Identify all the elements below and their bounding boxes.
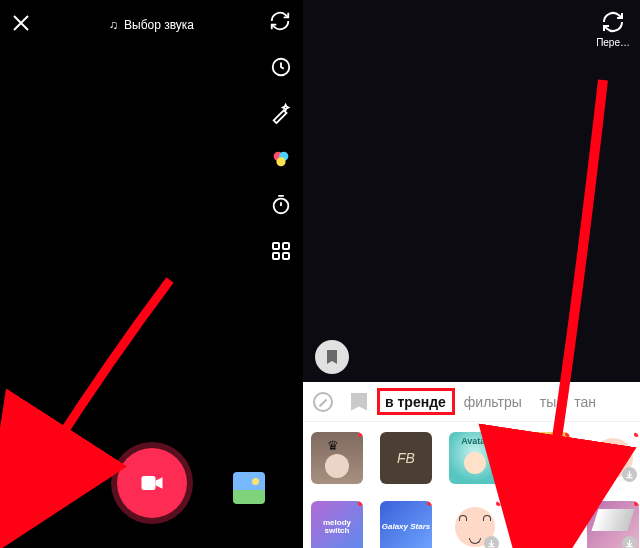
choose-sound-button[interactable]: ♫ Выбор звука <box>109 18 194 32</box>
effect-cell[interactable]: FB <box>380 432 432 484</box>
tab-filters[interactable]: фильтры <box>464 394 522 410</box>
gallery-button[interactable] <box>233 472 265 504</box>
effect-label: Galaxy Stars <box>380 501 432 548</box>
effect-cell[interactable]: ♛ <box>311 432 363 484</box>
effects-screen: Пере… в тренде фильтры ты тан ♛ FB Avata… <box>303 0 640 548</box>
flip-camera-icon[interactable] <box>269 10 291 36</box>
annotation-highlight-cell <box>517 488 573 544</box>
effect-cell[interactable]: Galaxy Stars <box>380 501 432 548</box>
filters-icon[interactable] <box>269 147 293 171</box>
sun-icon <box>252 478 259 485</box>
tab-5[interactable]: тан <box>574 394 596 410</box>
music-note-icon: ♫ <box>109 18 118 32</box>
download-icon <box>622 536 637 548</box>
more-tools-icon[interactable] <box>269 239 293 263</box>
svg-rect-6 <box>283 243 289 249</box>
svg-rect-5 <box>273 243 279 249</box>
bookmark-tab-icon[interactable] <box>351 393 367 411</box>
effects-tabs: в тренде фильтры ты тан <box>303 382 640 422</box>
download-icon <box>484 536 499 548</box>
effect-cell[interactable] <box>449 501 501 548</box>
no-effect-icon[interactable] <box>313 392 333 412</box>
effects-panel: в тренде фильтры ты тан ♛ FB Avatar melo… <box>303 382 640 548</box>
close-icon[interactable] <box>12 14 30 37</box>
right-tool-column <box>269 55 293 263</box>
effects-grid: ♛ FB Avatar melody switch Galaxy Stars ♆ <box>303 422 640 548</box>
flip-icon <box>601 10 625 34</box>
flip-camera-button[interactable]: Пере… <box>596 10 630 48</box>
svg-rect-13 <box>33 491 42 495</box>
svg-point-3 <box>276 157 285 166</box>
svg-rect-7 <box>273 253 279 259</box>
speed-icon[interactable] <box>269 55 293 79</box>
svg-point-11 <box>32 486 35 489</box>
effects-button[interactable] <box>18 470 56 508</box>
svg-point-12 <box>39 486 42 489</box>
record-button[interactable] <box>117 448 187 518</box>
download-icon <box>622 467 637 482</box>
tab-4[interactable]: ты <box>540 394 556 410</box>
bookmark-pill[interactable] <box>315 340 349 374</box>
effect-cell[interactable] <box>587 501 639 548</box>
choose-sound-label: Выбор звука <box>124 18 194 32</box>
camera-screen: ♫ Выбор звука <box>0 0 303 548</box>
effect-cell[interactable]: Avatar <box>449 432 501 484</box>
crown-icon: ♛ <box>327 438 339 453</box>
annotation-highlight-tab <box>377 388 455 415</box>
bottom-controls <box>0 450 303 530</box>
bookmark-icon <box>325 349 339 365</box>
svg-rect-14 <box>141 476 155 490</box>
flip-label: Пере… <box>596 37 630 48</box>
effect-cell[interactable] <box>518 432 570 484</box>
timer-icon[interactable] <box>269 193 293 217</box>
effect-label: Avatar <box>449 436 501 446</box>
effect-cell[interactable]: melody switch <box>311 501 363 548</box>
effect-cell[interactable] <box>587 432 639 484</box>
top-bar: ♫ Выбор звука <box>0 10 303 40</box>
svg-point-10 <box>27 479 47 499</box>
effect-label: melody switch <box>311 501 363 548</box>
download-icon <box>553 467 568 482</box>
beauty-icon[interactable] <box>269 101 293 125</box>
effect-label: FB <box>397 450 415 466</box>
svg-rect-8 <box>283 253 289 259</box>
